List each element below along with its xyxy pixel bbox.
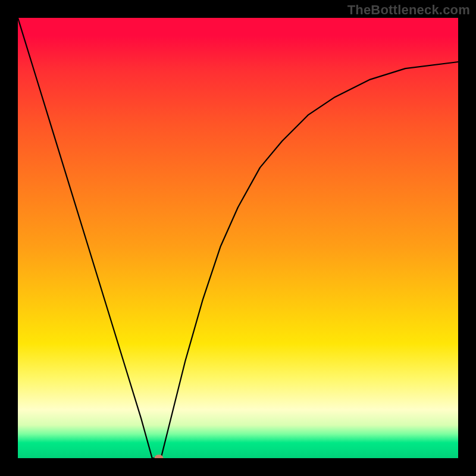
curve-path [18, 18, 458, 458]
watermark-text: TheBottleneck.com [347, 2, 470, 18]
bottleneck-curve [18, 18, 458, 458]
plot-area [18, 18, 458, 458]
chart-frame: TheBottleneck.com [0, 0, 476, 476]
min-point-marker [154, 455, 163, 458]
